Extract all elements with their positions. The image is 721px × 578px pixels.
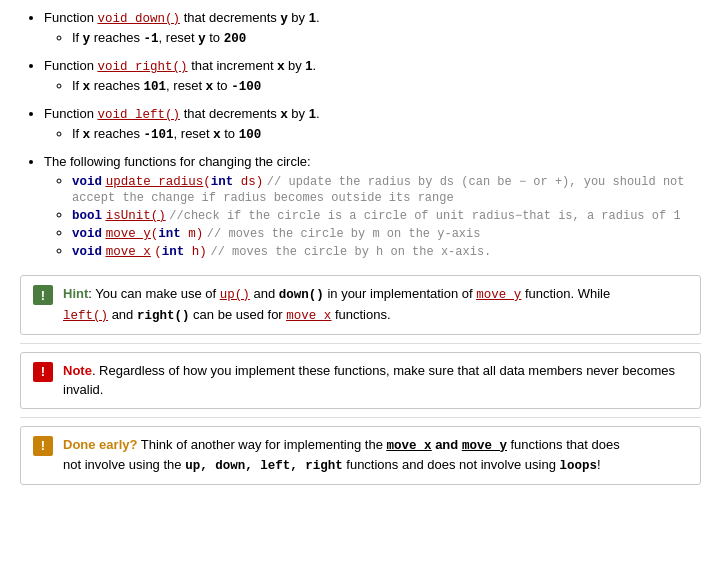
divider-2 [20,417,701,418]
note-box: ! Note. Regardless of how you implement … [20,352,701,409]
done-icon: ! [33,436,53,456]
hint-text-5: and [108,307,137,322]
text-before-right: Function [44,58,97,73]
code-void-2: void [72,227,102,241]
sub-item-left: If x reaches -101, reset x to 100 [72,126,701,142]
note-label: Note [63,363,92,378]
hint-text-3: in your implementation of [324,286,476,301]
hint-label: Hint [63,286,88,301]
code-update-radius: update_radius [106,175,204,189]
hint-code-movey: move_y [476,288,521,302]
comment-movey: // moves the circle by m on the y-axis [207,227,481,241]
hint-code-down: down() [279,288,324,302]
note-text: . Regardless of how you implement these … [63,363,675,398]
sub-list-down: If y reaches -1, reset y to 200 [44,30,701,46]
done-content: Done early? Think of another way for imp… [63,435,688,477]
val-left-1: -101 [144,128,174,142]
sub-item-right: If x reaches 101, reset x to -100 [72,78,701,94]
done-code-movey: move_y [462,439,507,453]
code-void-3: void [72,245,102,259]
hint-code-up: up() [220,288,250,302]
hint-text-1: : You can make use of [88,286,220,301]
hint-code-left: left() [63,309,108,323]
done-code-funcs: up, down, left, right [185,459,343,473]
hint-code-right: right() [137,309,190,323]
val-down-1: -1 [144,32,159,46]
note-icon: ! [33,362,53,382]
sub-item-isunit: bool isUnit() //check if the circle is a… [72,207,701,223]
text-after-left: that decrements x by 1. [180,106,320,121]
done-text-5: ! [597,457,601,472]
code-down: void down() [97,12,180,26]
val-down-2: 200 [224,32,247,46]
done-text-1: Think of another way for implementing th… [137,437,386,452]
hint-code-movex: move_x [286,309,331,323]
sub-list-left: If x reaches -101, reset x to 100 [44,126,701,142]
text-after-down: that decrements y by 1. [180,10,320,25]
sub-item-down: If y reaches -1, reset y to 200 [72,30,701,46]
hint-icon: ! [33,285,53,305]
val-right-2: -100 [231,80,261,94]
code-bool: bool [72,209,102,223]
done-text-and: and [432,437,462,452]
hint-content: Hint: You can make use of up() and down(… [63,284,688,326]
text-after-right: that increment x by 1. [188,58,317,73]
text-before-left: Function [44,106,97,121]
divider-1 [20,343,701,344]
code-update-radius-params: (int ds) [203,175,263,189]
hint-box: ! Hint: You can make use of up() and dow… [20,275,701,335]
sub-list-right: If x reaches 101, reset x to -100 [44,78,701,94]
code-void-1: void [72,175,102,189]
comment-movex: // moves the circle by h on the x-axis. [210,245,491,259]
done-code-movex: move_x [386,439,431,453]
list-item-right: Function void right() that increment x b… [44,58,701,94]
code-movey: move_y [106,227,151,241]
main-list: Function void down() that decrements y b… [20,10,701,259]
list-item-circle: The following functions for changing the… [44,154,701,259]
done-text-2: functions that does [507,437,620,452]
sub-item-update-radius: void update_radius(int ds) // update the… [72,173,701,205]
val-left-2: 100 [239,128,262,142]
sub-item-movey: void move_y(int m) // moves the circle b… [72,225,701,241]
note-content: Note. Regardless of how you implement th… [63,361,688,400]
sub-item-movex: void move_x (int h) // moves the circle … [72,243,701,259]
val-right-1: 101 [144,80,167,94]
done-text-4: functions and does not involve using [343,457,560,472]
list-item-down: Function void down() that decrements y b… [44,10,701,46]
code-isunit: isUnit() [106,209,166,223]
code-left: void left() [97,108,180,122]
done-text-3: not involve using the [63,457,185,472]
code-right: void right() [97,60,187,74]
hint-text-4: function. While [521,286,610,301]
text-before-down: Function [44,10,97,25]
hint-text-2: and [250,286,279,301]
code-movey-params: (int m) [151,227,204,241]
done-label: Done early? [63,437,137,452]
circle-intro: The following functions for changing the… [44,154,311,169]
list-item-left: Function void left() that decrements x b… [44,106,701,142]
hint-text-7: functions. [331,307,390,322]
hint-text-6: can be used for [189,307,286,322]
done-code-loops: loops [559,459,597,473]
code-movex: move_x [106,245,151,259]
done-box: ! Done early? Think of another way for i… [20,426,701,486]
sub-list-circle: void update_radius(int ds) // update the… [44,173,701,259]
comment-isunit: //check if the circle is a circle of uni… [169,209,680,223]
code-movex-params: (int h) [154,245,207,259]
